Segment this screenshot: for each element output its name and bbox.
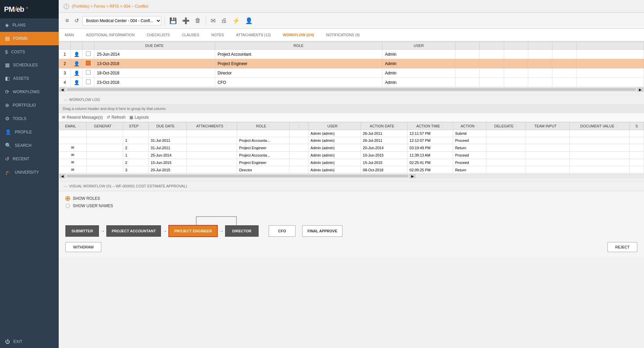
assets-icon: ◧	[5, 75, 10, 81]
lightning-button[interactable]: ⚡	[231, 16, 241, 25]
scroll-right-btn[interactable]: ▶	[637, 88, 643, 92]
save-button[interactable]: 💾	[168, 16, 178, 25]
sidebar-item-assets[interactable]: ◧ ASSETS	[0, 72, 59, 85]
tab-attachments[interactable]: ATTACHMENTS (12)	[230, 29, 277, 42]
email-button[interactable]: ✉	[209, 16, 217, 25]
tab-additional[interactable]: ADDITIONAL INFORMATION	[80, 29, 141, 42]
logo: PM/eb ®	[0, 0, 59, 18]
flow-node-submitter[interactable]: SUBMITTER	[65, 225, 99, 237]
tab-clauses[interactable]: CLAUSES	[176, 29, 205, 42]
checkbox[interactable]	[86, 70, 91, 75]
layouts-icon: ▦	[129, 115, 133, 120]
sidebar-item-workflows[interactable]: ⟳ WORKFLOWS	[0, 85, 59, 99]
menu-button[interactable]: ≡	[64, 16, 71, 25]
tools-icon: ⚙	[5, 116, 9, 122]
history-button[interactable]: ↺	[73, 16, 80, 25]
tab-main[interactable]: MAIN	[59, 29, 80, 42]
info-icon[interactable]: i	[64, 4, 69, 9]
person-icon: 👤	[74, 52, 79, 57]
log-col-action[interactable]: ACTION ⋮	[453, 122, 486, 130]
log-col-s[interactable]: S	[630, 122, 644, 130]
sidebar-item-portfolio[interactable]: ⊕ PORTFOLIO	[0, 99, 59, 112]
resend-button[interactable]: ✉ Resend Message(s)	[62, 115, 103, 120]
tab-notes[interactable]: NOTES	[205, 29, 230, 42]
sidebar-item-profile[interactable]: 👤 PROFILE	[0, 125, 59, 139]
flow-node-project-engineer[interactable]: PROJECT ENGINEER	[168, 225, 217, 237]
log-col-user[interactable]: USER ⋮	[308, 122, 361, 130]
university-icon: 🎓	[5, 169, 11, 175]
user-button[interactable]: 👤	[244, 16, 254, 25]
log-scroll-right-btn[interactable]: ▶	[410, 174, 416, 178]
log-col-attachments[interactable]: ATTACHMENTS ⋮	[186, 122, 237, 130]
sidebar-item-label: COSTS	[11, 50, 25, 54]
table-row: 3 👤 18-Oct-2018 Director Admin	[59, 68, 644, 78]
main-area: i (Portfolio) > Forms > RFIS > 004 – Con…	[59, 0, 644, 348]
log-col-role[interactable]: ROLE ⋮	[237, 122, 289, 130]
sidebar-item-forms[interactable]: ▤ FORMS	[0, 32, 59, 45]
workflow-log-section: — WORKFLOW LOG Drag a column header and …	[59, 95, 644, 178]
sidebar-item-search[interactable]: 🔍 SEARCH	[0, 139, 59, 152]
flow-node-director[interactable]: DIRECTOR	[225, 225, 259, 237]
flow-node-final-approve[interactable]: FINAL APPROVE	[302, 225, 343, 237]
log-col-delegate[interactable]: DELEGATE ⋮	[486, 122, 526, 130]
log-col-step[interactable]: STEP ⋮	[123, 122, 149, 130]
person-icon: 👤	[74, 70, 79, 76]
checkbox-checked[interactable]	[86, 61, 91, 65]
profile-icon: 👤	[5, 129, 11, 135]
layouts-button[interactable]: ▦ Layouts	[129, 115, 149, 120]
add-button[interactable]: ➕	[180, 16, 191, 25]
sidebar-item-exit[interactable]: ⏻ EXIT	[0, 335, 59, 348]
log-scrollbar[interactable]: ◀ ▶	[59, 174, 644, 178]
sidebar-item-tools[interactable]: ⚙ TOOLS	[0, 112, 59, 125]
checkbox[interactable]	[86, 51, 91, 56]
col-role: ROLE	[215, 42, 382, 50]
log-col-action-time[interactable]: ACTION TIME ⋮	[408, 122, 453, 130]
tab-checklists[interactable]: CHECKLISTS	[141, 29, 176, 42]
log-col-doc-value[interactable]: DOCUMENT VALUE ⋮	[569, 122, 630, 130]
log-scroll-left-btn[interactable]: ◀	[59, 174, 65, 178]
sidebar-item-costs[interactable]: $ COSTS	[0, 45, 59, 58]
log-col-generat[interactable]: GENERAT ⋮	[86, 122, 123, 130]
arrow-1: →	[99, 228, 106, 234]
record-selector[interactable]: Boston Medical Center - 004 - Confl...	[83, 16, 161, 25]
sidebar-item-label: SEARCH	[15, 143, 32, 148]
sidebar-item-plans[interactable]: ◈ PLANS	[0, 18, 59, 32]
print-button[interactable]: 🖨	[219, 16, 229, 25]
workflow-log-header: — WORKFLOW LOG	[59, 95, 644, 105]
log-col-team-input[interactable]: TEAM INPUT ⋮	[526, 122, 569, 130]
scroll-left-btn[interactable]: ◀	[59, 88, 65, 92]
tabs-bar: MAIN ADDITIONAL INFORMATION CHECKLISTS C…	[59, 29, 644, 42]
sidebar-item-schedules[interactable]: ▦ SCHEDULES	[0, 58, 59, 72]
log-col-duedate[interactable]: DUE DATE ⋮	[149, 122, 186, 130]
tab-workflow[interactable]: WORKFLOW (2/4)	[277, 29, 320, 42]
flow-diagram-wrapper: SUBMITTER → PROJECT ACCOUNTANT → PROJECT…	[65, 213, 637, 252]
checkbox[interactable]	[86, 79, 91, 84]
dash-icon2: —	[64, 184, 67, 188]
sidebar-item-recent[interactable]: ↺ RECENT	[0, 152, 59, 166]
withdraw-button[interactable]: WITHDRAW	[65, 242, 101, 252]
radio-show-users[interactable]: SHOW USER NAMES	[65, 204, 637, 208]
reject-button[interactable]: REJECT	[607, 242, 637, 252]
flow-node-cfo[interactable]: CFO	[269, 225, 296, 237]
sidebar-item-university[interactable]: 🎓 UNIVERSITY	[0, 166, 59, 179]
col-extra6	[577, 42, 644, 50]
col-check	[83, 42, 94, 50]
log-col-extra[interactable]: ⋮	[289, 122, 309, 130]
col-extra4	[528, 42, 552, 50]
tab-notifications[interactable]: NOTIFICATIONS (9)	[320, 29, 366, 42]
steps-scrollbar[interactable]: ◀ ▶	[59, 87, 644, 92]
arrow-3: →	[218, 228, 225, 234]
drag-hint: Drag a column header and drop it here to…	[59, 105, 644, 113]
refresh-button[interactable]: ↺ Refresh	[107, 115, 125, 120]
radio-show-roles[interactable]: SHOW ROLES	[65, 196, 637, 201]
log-col-email[interactable]: EMAIL ⋮	[59, 122, 87, 130]
sidebar-item-label: PORTFOLIO	[13, 103, 36, 108]
content-area: DUE DATE ROLE USER 1 👤	[59, 42, 644, 348]
table-row: 1 31-Jul-2011 Project Accounta... Admin …	[59, 137, 644, 144]
breadcrumb: (Portfolio) > Forms > RFIS > 004 – Confl…	[72, 4, 148, 9]
delete-button[interactable]: 🗑	[193, 16, 203, 25]
log-col-action-date[interactable]: ACTION DATE ⋮	[361, 122, 407, 130]
visual-workflow-content: SHOW ROLES SHOW USER NAMES	[59, 191, 644, 257]
flow-node-project-accountant[interactable]: PROJECT ACCOUNTANT	[106, 225, 161, 237]
portfolio-link[interactable]: (Portfolio) > Forms > RFIS > 004 – Confl…	[72, 4, 148, 9]
